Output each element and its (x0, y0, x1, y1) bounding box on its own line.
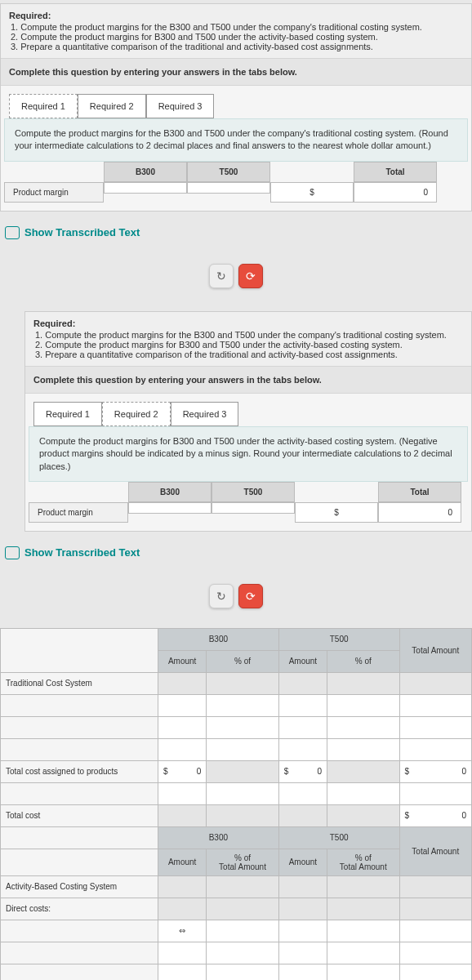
tab-row: Required 1 Required 2 Required 3 (25, 394, 471, 426)
input-t500[interactable] (212, 502, 295, 514)
comparison-table: B300 T500 Total Amount Amount % of Amoun… (0, 628, 472, 980)
row-input[interactable] (1, 964, 158, 980)
col-t500: T500 (187, 162, 270, 182)
control-buttons: ↻ ⟳ (0, 251, 472, 308)
sub-pct-total: % ofTotal Amount (207, 849, 278, 875)
sub-amount: Amount (278, 849, 327, 875)
header-t500: T500 (278, 826, 399, 849)
cell-arrow[interactable]: ⇔ (158, 920, 207, 942)
cell-currency: $ 0 (278, 760, 327, 782)
cell-currency: $ 0 (399, 760, 472, 782)
row-input[interactable] (1, 738, 158, 760)
tab-required-3[interactable]: Required 3 (146, 94, 215, 118)
retry-button[interactable]: ⟳ (238, 264, 263, 288)
input-t500[interactable] (187, 182, 270, 194)
total-value: 0 (378, 502, 461, 523)
tab-instruction: Compute the product margins for B300 and… (29, 426, 468, 482)
row-input[interactable] (1, 782, 158, 804)
col-total: Total (354, 162, 437, 182)
row-total-cost: Total cost (1, 804, 158, 826)
header-total-amount: Total Amount (399, 628, 472, 672)
question-panel-1: Required: 1. Compute the product margins… (0, 3, 472, 212)
row-tcap: Total cost assigned to products (1, 760, 158, 782)
undo-button[interactable]: ↻ (209, 584, 234, 608)
req-item: 2. Compute the product margins for B300 … (11, 32, 463, 42)
req-item: 1. Compute the product margins for the B… (35, 330, 463, 340)
required-list: 1. Compute the product margins for the B… (11, 22, 463, 51)
tab-required-2[interactable]: Required 2 (78, 94, 146, 118)
tab-required-2[interactable]: Required 2 (102, 402, 171, 426)
tab-required-3[interactable]: Required 3 (171, 402, 239, 426)
tab-instruction: Compute the product margins for the B300… (4, 118, 468, 162)
sub-amount: Amount (158, 650, 207, 672)
header-b300: B300 (158, 628, 279, 650)
speech-icon (5, 226, 20, 239)
input-b300[interactable] (128, 502, 212, 514)
required-block: Required: 1. Compute the product margins… (1, 4, 471, 58)
col-b300: B300 (104, 162, 187, 182)
cell-currency: $ 0 (158, 760, 207, 782)
total-value: 0 (354, 182, 437, 203)
header-b300: B300 (158, 826, 279, 849)
question-panel-2: Required: 1. Compute the product margins… (24, 311, 472, 532)
sub-pct: % of (327, 650, 399, 672)
complete-instruction: Complete this question by entering your … (1, 58, 471, 86)
sub-pct-total: % ofTotal Amount (327, 849, 399, 875)
col-b300: B300 (128, 482, 212, 502)
retry-button[interactable]: ⟳ (238, 584, 263, 608)
currency-symbol: $ (295, 502, 378, 523)
header-t500: T500 (278, 628, 399, 650)
req-item: 1. Compute the product margins for the B… (11, 22, 463, 32)
row-traditional: Traditional Cost System (1, 672, 158, 694)
req-item: 3. Prepare a quantitative comparison of … (11, 42, 463, 51)
row-input[interactable] (1, 716, 158, 738)
speech-icon (5, 546, 20, 559)
sub-pct: % of (207, 650, 278, 672)
req-item: 2. Compute the product margins for B300 … (35, 340, 463, 350)
row-direct: Direct costs: (1, 898, 158, 920)
control-buttons: ↻ ⟳ (0, 571, 472, 628)
tab-required-1[interactable]: Required 1 (33, 402, 102, 426)
required-title: Required: (9, 11, 463, 20)
row-product-margin: Product margin (4, 182, 104, 203)
tab-required-1[interactable]: Required 1 (9, 94, 78, 118)
currency-symbol: $ (270, 182, 354, 203)
col-t500: T500 (212, 482, 295, 502)
cell-currency: $ 0 (399, 804, 472, 826)
row-product-margin: Product margin (29, 502, 128, 523)
complete-instruction: Complete this question by entering your … (25, 366, 471, 394)
row-input[interactable] (1, 694, 158, 716)
sub-amount: Amount (278, 650, 327, 672)
tab-row: Required 1 Required 2 Required 3 (1, 86, 471, 118)
show-transcribed-link[interactable]: Show Transcribed Text (0, 215, 472, 251)
required-title: Required: (33, 318, 463, 328)
required-block: Required: 1. Compute the product margins… (25, 312, 471, 366)
link-text: Show Transcribed Text (24, 226, 140, 238)
margin-table: x Product margin B300 T500 x $ Total 0 (4, 162, 468, 203)
show-transcribed-link[interactable]: Show Transcribed Text (0, 535, 472, 571)
required-list: 1. Compute the product margins for the B… (35, 330, 463, 359)
margin-table: x Product margin B300 T500 x $ Total 0 (29, 482, 468, 523)
header-total-amount: Total Amount (399, 826, 472, 875)
col-total: Total (378, 482, 461, 502)
link-text: Show Transcribed Text (24, 546, 140, 559)
undo-button[interactable]: ↻ (209, 264, 234, 288)
sub-amount: Amount (158, 849, 207, 875)
input-b300[interactable] (104, 182, 187, 194)
row-abc: Activity-Based Costing System (1, 875, 158, 898)
row-input[interactable] (1, 942, 158, 964)
req-item: 3. Prepare a quantitative comparison of … (35, 350, 463, 359)
row-input[interactable] (1, 920, 158, 942)
